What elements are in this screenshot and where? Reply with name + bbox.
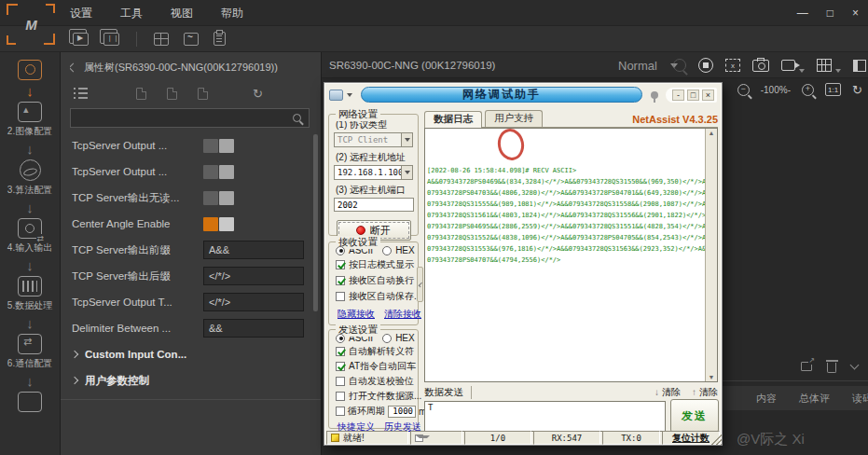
- tab-data-log[interactable]: 数据日志: [424, 111, 482, 128]
- send-panel-header: 数据发送 ↓清除 ↑清除: [424, 385, 718, 399]
- property-group-user-params[interactable]: 用户参数控制: [72, 367, 306, 393]
- property-group-custom-input[interactable]: Custom Input Con...: [72, 341, 306, 367]
- log-clipboard-icon[interactable]: [214, 32, 226, 46]
- workflow-rail: ↓ 2.图像配置 ↓ 3.算法配置 ↓ 4.输入输出 ↓ 5.数据处理 ↓ 6.…: [0, 52, 61, 455]
- send-hex-radio[interactable]: [382, 334, 392, 343]
- refresh-icon[interactable]: ↻: [253, 88, 263, 100]
- escape-parse-checkbox[interactable]: [336, 347, 345, 356]
- delimiter-field[interactable]: [203, 319, 304, 338]
- zoom-out-icon[interactable]: [737, 84, 750, 96]
- pin-icon[interactable]: [651, 91, 658, 99]
- port-field[interactable]: [334, 198, 414, 212]
- checksum-checkbox[interactable]: [336, 377, 345, 386]
- mode-selector[interactable]: Normal: [618, 52, 678, 78]
- clear-up-button[interactable]: ↑清除: [692, 386, 718, 399]
- status-tx: TX:0: [602, 431, 660, 445]
- search-box: [70, 108, 310, 128]
- cycle-checkbox[interactable]: [336, 407, 345, 416]
- send-ascii-radio[interactable]: [336, 334, 345, 343]
- close-icon[interactable]: ×: [852, 7, 859, 20]
- zoom-in-icon[interactable]: [802, 84, 814, 96]
- property-toolbar: ↻: [74, 84, 308, 103]
- suffix-field[interactable]: [203, 267, 304, 285]
- chevron-down-icon: [799, 69, 805, 73]
- actual-size-icon[interactable]: 1:1: [825, 83, 841, 96]
- at-return-checkbox[interactable]: [336, 362, 345, 371]
- minimize-icon[interactable]: —: [797, 7, 808, 20]
- menu-item[interactable]: 工具: [120, 6, 143, 21]
- auto-save-checkbox[interactable]: [336, 292, 345, 301]
- fit-view-icon[interactable]: x: [725, 59, 740, 72]
- terminator-field[interactable]: [203, 293, 304, 311]
- flow-arrow-icon: ↓: [26, 316, 34, 330]
- chevron-down-icon: [347, 93, 352, 97]
- menu-item[interactable]: 设置: [70, 6, 92, 21]
- trash-icon[interactable]: [827, 363, 836, 373]
- import-config-icon[interactable]: [136, 88, 146, 100]
- chevron-down-icon[interactable]: [850, 361, 860, 370]
- tree-list-icon[interactable]: [74, 88, 88, 99]
- property-row: Delimiter Between ...: [72, 315, 306, 341]
- rail-step-algorithm[interactable]: 3.算法配置: [7, 159, 52, 197]
- hide-receive-link[interactable]: 隐藏接收: [338, 308, 375, 321]
- rail-step-comm[interactable]: 6.通信配置: [7, 334, 52, 370]
- snapshot-camera-icon[interactable]: [752, 60, 769, 72]
- chart-icon[interactable]: [184, 33, 199, 46]
- side-panel-icon[interactable]: [853, 60, 866, 72]
- menu-item[interactable]: 视图: [171, 6, 193, 21]
- search-input[interactable]: [71, 113, 293, 124]
- protocol-select[interactable]: TCP Client: [334, 132, 413, 147]
- tab-user-support[interactable]: 用户支持: [485, 110, 543, 127]
- save-config-icon[interactable]: [198, 88, 208, 100]
- cycle-period-field[interactable]: [388, 406, 416, 418]
- layout-grid-icon[interactable]: [154, 33, 169, 46]
- dialog-titlebar[interactable]: 网络调试助手 - □ ×: [326, 85, 720, 104]
- dialog-maximize-icon[interactable]: □: [687, 90, 699, 101]
- record-stop-icon[interactable]: [698, 58, 713, 73]
- file-source-checkbox[interactable]: [336, 392, 345, 401]
- host-select[interactable]: 192.168.1.100: [334, 165, 413, 180]
- export-config-icon[interactable]: [167, 88, 177, 100]
- log-scrollbar[interactable]: ▲▼: [705, 129, 717, 381]
- toggle-switch[interactable]: [203, 217, 234, 231]
- reset-count-link[interactable]: 复位计数: [672, 432, 710, 445]
- main-toolbar: [0, 26, 868, 52]
- search-icon[interactable]: [293, 114, 301, 122]
- toggle-switch[interactable]: [203, 165, 234, 179]
- rail-step-io[interactable]: 4.输入输出: [7, 218, 52, 255]
- dialog-minimize-icon[interactable]: -: [672, 90, 684, 101]
- dialog-close-icon[interactable]: ×: [702, 90, 714, 101]
- auto-wrap-checkbox[interactable]: [336, 276, 345, 285]
- rail-step-data[interactable]: 5.数据处理: [7, 276, 52, 312]
- status-ready: 就绪!: [343, 432, 365, 445]
- dialog-app-icon[interactable]: [329, 90, 343, 101]
- maximize-icon[interactable]: □: [827, 7, 834, 20]
- device-tab[interactable]: SR6390-00C-NNG (00K12796019): [329, 52, 495, 78]
- toggle-switch[interactable]: [203, 191, 234, 205]
- rail-step-image-config[interactable]: 2.图像配置: [7, 102, 52, 138]
- recv-ascii-radio[interactable]: [336, 246, 345, 255]
- recv-hex-radio[interactable]: [382, 246, 392, 255]
- rail-step-camera[interactable]: [18, 60, 42, 80]
- export-icon[interactable]: [801, 362, 812, 371]
- split-view-icon[interactable]: [817, 59, 832, 72]
- send-button[interactable]: 发送: [670, 399, 719, 433]
- stop-flow-icon[interactable]: [103, 33, 119, 46]
- clear-down-button[interactable]: ↓清除: [654, 386, 681, 399]
- rail-step-next[interactable]: [18, 392, 42, 412]
- scrollbar-thumb[interactable]: [313, 134, 318, 311]
- menu-item[interactable]: 帮助: [221, 6, 243, 21]
- locate-cursor-icon[interactable]: [673, 59, 686, 72]
- send-input[interactable]: T: [424, 401, 666, 432]
- collapse-splitter[interactable]: [417, 267, 423, 302]
- log-mode-checkbox[interactable]: [336, 260, 345, 269]
- receive-log-area[interactable]: [2022-08-26 15:58:44.098]# RECV ASCII>A&…: [424, 128, 718, 382]
- toggle-switch[interactable]: [203, 139, 234, 153]
- back-icon[interactable]: [70, 62, 77, 72]
- port-label: (3) 远程主机端口: [336, 184, 418, 197]
- rotate-view-icon[interactable]: ↻: [852, 83, 862, 97]
- prefix-field[interactable]: [203, 241, 304, 259]
- clear-receive-link[interactable]: 清除接收: [384, 308, 421, 321]
- run-flow-icon[interactable]: [73, 33, 89, 46]
- video-record-icon[interactable]: [781, 60, 795, 71]
